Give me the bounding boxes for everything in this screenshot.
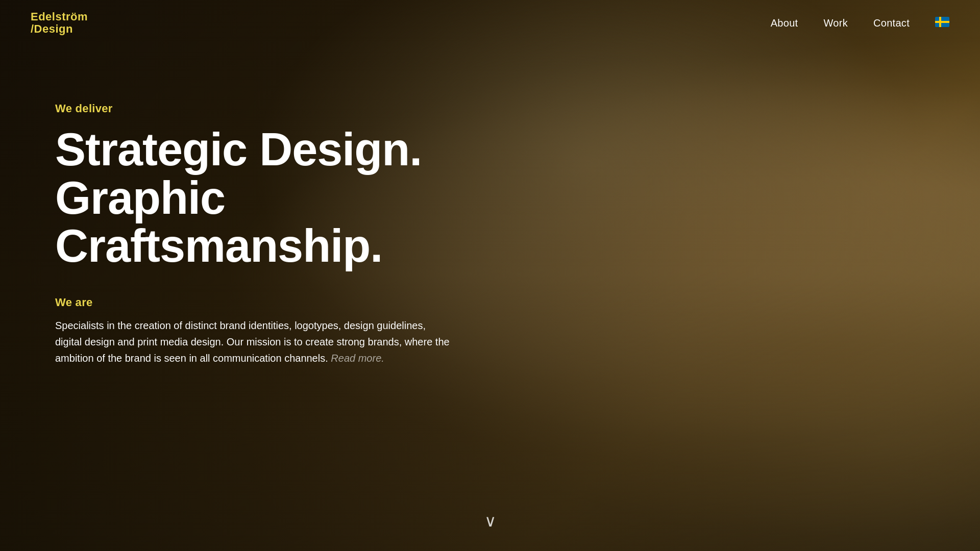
scroll-indicator[interactable] [484, 511, 496, 531]
headline-line2: Graphic Craftsmanship. [55, 172, 382, 272]
hero-content: We deliver Strategic Design. Graphic Cra… [55, 102, 514, 366]
nav-item-about[interactable]: About [771, 17, 798, 29]
read-more-link[interactable]: Read more. [331, 353, 384, 364]
we-are-label: We are [55, 296, 514, 309]
svg-rect-2 [935, 21, 949, 23]
hero-description: Specialists in the creation of distinct … [55, 317, 453, 366]
logo-line2: /Design [31, 23, 88, 35]
we-deliver-label: We deliver [55, 102, 514, 115]
nav-item-language[interactable] [935, 17, 949, 29]
nav-item-work[interactable]: Work [823, 17, 848, 29]
logo-line1: Edelström [31, 11, 88, 23]
nav-link-work[interactable]: Work [823, 17, 848, 29]
swedish-flag-icon[interactable] [935, 17, 949, 27]
chevron-down-icon[interactable] [484, 514, 496, 530]
hero-headline: Strategic Design. Graphic Craftsmanship. [55, 126, 514, 270]
description-text: Specialists in the creation of distinct … [55, 320, 450, 364]
nav-links: About Work Contact [771, 17, 949, 29]
hero-section: Edelström /Design About Work Contact [0, 0, 980, 551]
site-logo[interactable]: Edelström /Design [31, 11, 88, 35]
nav-link-about[interactable]: About [771, 17, 798, 29]
headline-line1: Strategic Design. [55, 124, 422, 175]
nav-link-contact[interactable]: Contact [873, 17, 910, 29]
nav-item-contact[interactable]: Contact [873, 17, 910, 29]
main-nav: Edelström /Design About Work Contact [0, 0, 980, 46]
